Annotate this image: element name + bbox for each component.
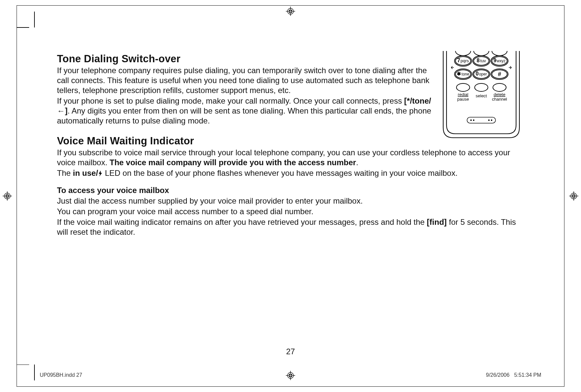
svg-text:9wxyz: 9wxyz xyxy=(494,58,506,63)
footer-date: 9/26/2006 xyxy=(486,372,509,378)
section2-body: If you subscribe to voice mail service t… xyxy=(57,148,524,237)
handset-illustration: 7pqrs 8tuv 9wxyz ✱tone 0oper # xyxy=(441,51,522,152)
svg-text:select: select xyxy=(476,93,487,98)
text: . xyxy=(356,158,358,167)
text: The xyxy=(57,169,73,177)
svg-point-51 xyxy=(470,120,472,121)
svg-text:pause: pause xyxy=(457,97,469,102)
paragraph: The in use/ LED on the base of your phon… xyxy=(57,168,524,178)
svg-point-53 xyxy=(488,120,490,121)
print-footer: UP095BH.indd 27 9/26/20065:51:34 PM xyxy=(40,372,541,378)
paragraph: If the voice mail waiting indicator rema… xyxy=(57,217,524,237)
svg-text:redial: redial xyxy=(458,92,468,97)
text: If your phone is set to pulse dialing mo… xyxy=(57,96,404,105)
registration-mark-icon xyxy=(3,191,12,201)
registration-mark-icon xyxy=(569,191,578,201)
crop-mark xyxy=(17,27,29,28)
paragraph: Just dial the access number supplied by … xyxy=(57,196,524,206)
crop-mark xyxy=(34,12,35,27)
footer-timestamp: 9/26/20065:51:34 PM xyxy=(481,372,541,378)
svg-point-42 xyxy=(456,83,470,91)
paragraph: If your phone is set to pulse dialing mo… xyxy=(57,96,431,126)
paragraph: You can program your voice mail access n… xyxy=(57,207,524,217)
svg-text:#: # xyxy=(498,71,501,77)
svg-text:delete: delete xyxy=(494,92,505,97)
section1-body: If your telephone company requires pulse… xyxy=(57,66,431,126)
svg-text:7pqrs: 7pqrs xyxy=(457,58,469,63)
svg-text:channel: channel xyxy=(492,97,507,102)
crop-mark xyxy=(34,365,35,380)
svg-point-43 xyxy=(475,83,488,91)
text: LED on the base of your phone flashes wh… xyxy=(103,169,457,177)
bold-text: in use/ xyxy=(73,169,98,177)
registration-mark-icon xyxy=(286,7,295,16)
page-number: 27 xyxy=(286,347,295,356)
paragraph: If your telephone company requires pulse… xyxy=(57,66,431,95)
svg-text:✱tone: ✱tone xyxy=(457,71,469,76)
svg-point-52 xyxy=(473,120,474,121)
lightning-icon xyxy=(98,169,103,175)
svg-text:8tuv: 8tuv xyxy=(477,58,486,63)
bold-text: The voice mail company will provide you … xyxy=(110,158,356,167)
footer-time: 5:51:34 PM xyxy=(514,372,541,378)
svg-point-44 xyxy=(493,83,506,91)
key-label: [find] xyxy=(427,218,447,226)
svg-point-54 xyxy=(491,120,492,121)
subheading-access-mailbox: To access your voice mailbox xyxy=(57,185,524,195)
footer-file: UP095BH.indd 27 xyxy=(40,372,82,378)
text: . Any digits you enter from then on will… xyxy=(57,106,431,125)
svg-marker-55 xyxy=(99,171,102,176)
crop-mark xyxy=(17,365,29,365)
page-content: 7pqrs 8tuv 9wxyz ✱tone 0oper # xyxy=(57,53,527,238)
svg-text:0oper: 0oper xyxy=(476,71,487,76)
text: If the voice mail waiting indicator rema… xyxy=(57,218,427,226)
